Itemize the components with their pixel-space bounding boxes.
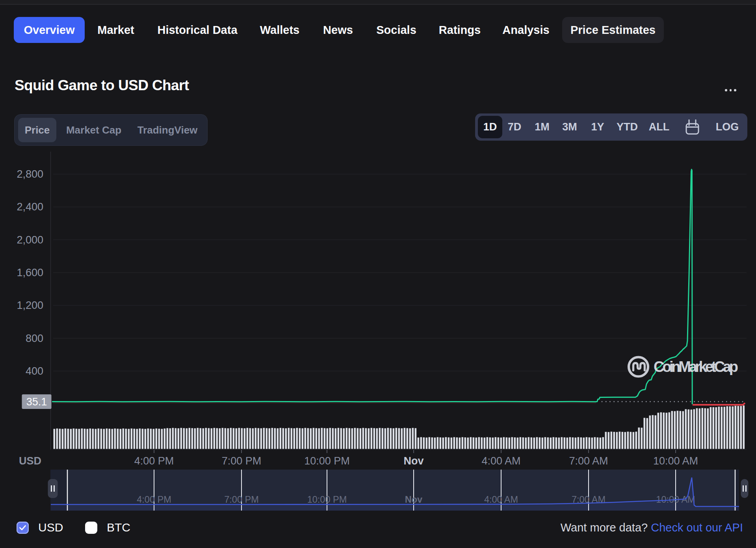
svg-text:10:00 PM: 10:00 PM <box>307 494 347 505</box>
svg-text:10:00 AM: 10:00 AM <box>653 455 698 467</box>
svg-text:4:00 PM: 4:00 PM <box>137 494 171 505</box>
svg-text:10:00 PM: 10:00 PM <box>304 455 350 467</box>
svg-text:Nov: Nov <box>403 455 424 467</box>
svg-text:2,000: 2,000 <box>17 234 43 246</box>
svg-text:1,200: 1,200 <box>17 299 43 311</box>
svg-text:CoinMarketCap: CoinMarketCap <box>654 359 738 375</box>
svg-text:4:00 AM: 4:00 AM <box>484 494 518 505</box>
svg-text:7:00 PM: 7:00 PM <box>222 455 262 467</box>
svg-text:4:00 PM: 4:00 PM <box>134 455 174 467</box>
svg-text:800: 800 <box>26 333 43 344</box>
svg-text:35.1: 35.1 <box>26 396 47 408</box>
svg-text:USD: USD <box>19 455 41 467</box>
svg-text:1,600: 1,600 <box>17 267 43 279</box>
svg-text:400: 400 <box>26 365 43 377</box>
svg-text:7:00 PM: 7:00 PM <box>224 494 259 505</box>
svg-text:Nov: Nov <box>405 494 422 505</box>
svg-text:2,400: 2,400 <box>17 201 43 213</box>
svg-text:4:00 AM: 4:00 AM <box>481 455 520 467</box>
svg-text:2,800: 2,800 <box>17 168 43 180</box>
svg-text:7:00 AM: 7:00 AM <box>569 455 608 467</box>
